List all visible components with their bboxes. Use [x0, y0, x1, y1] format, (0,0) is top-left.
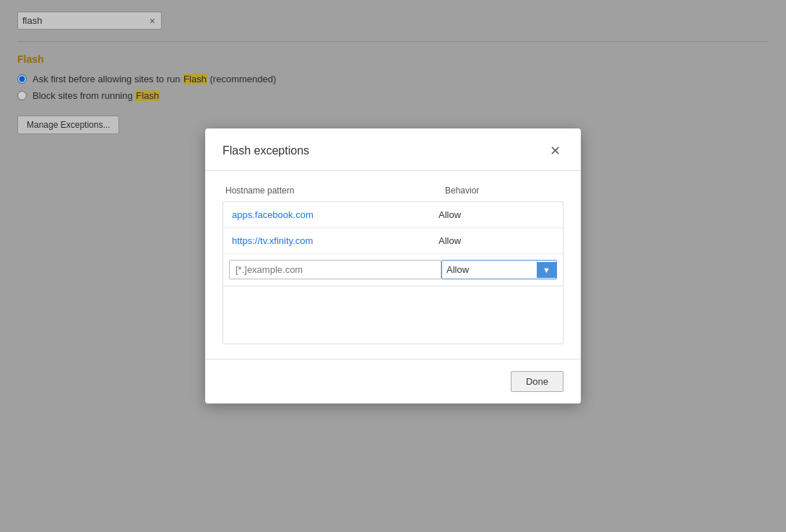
col-hostname-header: Hostname pattern	[225, 186, 445, 196]
select-arrow-icon: ▼	[537, 262, 556, 278]
modal-footer: Done	[205, 359, 581, 404]
exceptions-table: apps.facebook.com Allow https://tv.xfini…	[223, 201, 563, 344]
behavior-cell-2: Allow	[439, 235, 554, 246]
behavior-select-wrapper: Allow Block Ask ▼	[441, 260, 557, 279]
table-empty-area	[223, 286, 563, 344]
hostname-cell-1: apps.facebook.com	[232, 209, 439, 220]
modal-overlay: Flash exceptions ✕ Hostname pattern Beha…	[0, 0, 786, 532]
table-header: Hostname pattern Behavior	[223, 186, 563, 196]
behavior-cell-1: Allow	[439, 209, 554, 220]
col-behavior-header: Behavior	[445, 186, 561, 196]
modal-title: Flash exceptions	[223, 144, 309, 157]
table-row: apps.facebook.com Allow	[223, 202, 563, 228]
modal-close-button[interactable]: ✕	[547, 143, 563, 159]
done-button[interactable]: Done	[511, 371, 563, 392]
flash-exceptions-modal: Flash exceptions ✕ Hostname pattern Beha…	[205, 128, 581, 404]
table-row: https://tv.xfinity.com Allow	[223, 228, 563, 254]
hostname-cell-2: https://tv.xfinity.com	[232, 235, 439, 246]
hostname-pattern-input[interactable]	[229, 260, 441, 279]
modal-header: Flash exceptions ✕	[205, 128, 581, 171]
behavior-select[interactable]: Allow Block Ask	[442, 261, 537, 279]
table-input-row: Allow Block Ask ▼	[223, 254, 563, 286]
modal-body: Hostname pattern Behavior apps.facebook.…	[205, 171, 581, 359]
